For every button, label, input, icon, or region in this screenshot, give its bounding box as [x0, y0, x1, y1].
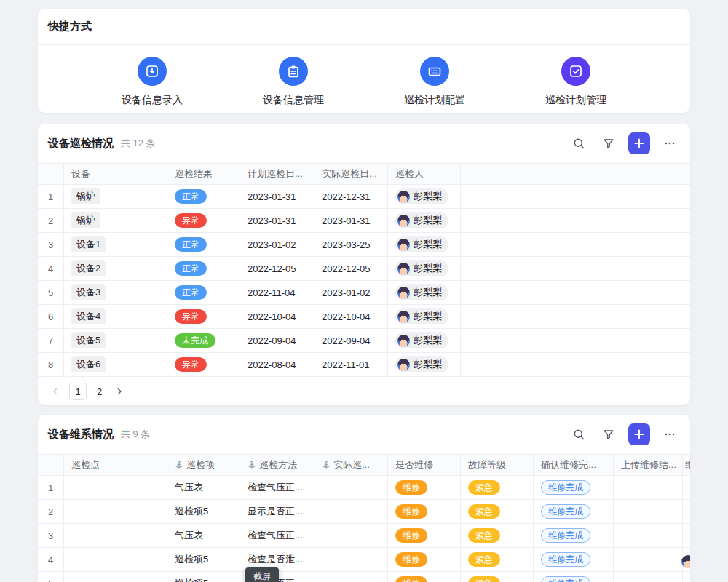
table-row[interactable]: 8 设备6 异常 2022-08-04 2022-11-01 彭梨梨: [38, 353, 690, 377]
actual-date-cell[interactable]: 2022-10-04: [314, 305, 388, 329]
inspector-cell[interactable]: 彭梨梨: [388, 257, 461, 281]
repair-cell[interactable]: 维修: [388, 548, 461, 572]
result-cell[interactable]: 正常: [167, 257, 240, 281]
actual-date-cell[interactable]: 2022-11-01: [314, 353, 388, 377]
screenshot-tooltip[interactable]: 截屏: [245, 567, 279, 582]
actual-date-cell[interactable]: 2022-12-31: [314, 185, 388, 209]
confirm-cell[interactable]: 维修完成: [534, 500, 614, 524]
next-page-button[interactable]: [112, 383, 127, 400]
page-1-button[interactable]: 1: [69, 383, 87, 400]
table-row[interactable]: 1 气压表 检查气压正... 维修 紧急 维修完成: [38, 476, 690, 500]
actual-date-cell[interactable]: 2022-12-05: [314, 257, 388, 281]
repair-cell[interactable]: 维修: [388, 500, 461, 524]
extra-cell[interactable]: [683, 500, 690, 524]
more-icon[interactable]: [660, 133, 680, 154]
planned-date-cell[interactable]: 2023-01-02: [240, 233, 314, 257]
col-level[interactable]: 故障等级: [461, 455, 534, 476]
result-cell[interactable]: 正常: [167, 281, 240, 305]
actual-date-cell[interactable]: 2022-09-04: [314, 329, 388, 353]
col-repair[interactable]: 是否维修: [388, 455, 461, 476]
prev-page-button[interactable]: [48, 383, 63, 400]
item-cell[interactable]: 巡检项5: [167, 572, 240, 582]
planned-date-cell[interactable]: 2022-10-04: [240, 305, 314, 329]
table-row[interactable]: 3 气压表 检查气压正... 维修 紧急 维修完成: [38, 524, 690, 548]
shortcut-plan-manage[interactable]: 巡检计划管理: [521, 57, 630, 107]
planned-date-cell[interactable]: 2022-09-04: [240, 329, 314, 353]
add-record-button[interactable]: [628, 423, 650, 445]
col-actual-date[interactable]: 实际巡检日...: [314, 164, 388, 185]
method-cell[interactable]: 显示是否正...: [240, 500, 314, 524]
table-row[interactable]: 2 巡检项5 显示是否正... 维修 紧急 维修完成: [38, 500, 690, 524]
add-record-button[interactable]: [628, 132, 650, 154]
extra-cell[interactable]: [683, 476, 690, 500]
col-result[interactable]: 巡检结果: [167, 164, 240, 185]
shortcut-plan-config[interactable]: 巡检计划配置: [380, 57, 489, 107]
inspector-cell[interactable]: 彭梨梨: [388, 233, 461, 257]
inspector-cell[interactable]: 彭梨梨: [388, 329, 461, 353]
item-cell[interactable]: 气压表: [167, 524, 240, 548]
filter-icon[interactable]: [598, 133, 619, 154]
result-cell[interactable]: 正常: [167, 185, 240, 209]
device-cell[interactable]: 设备1: [64, 233, 167, 257]
device-cell[interactable]: 设备2: [64, 257, 167, 281]
repair-cell[interactable]: 维修: [388, 572, 461, 582]
col-device[interactable]: 设备: [64, 164, 167, 185]
level-cell[interactable]: 紧急: [461, 476, 534, 500]
table-row[interactable]: 5 设备3 正常 2022-11-04 2023-01-02 彭梨梨: [38, 281, 690, 305]
inspector-cell[interactable]: 彭梨梨: [388, 209, 461, 233]
col-item[interactable]: 巡检项: [167, 455, 240, 476]
col-upload[interactable]: 上传维修结...: [614, 455, 683, 476]
actual-date-cell[interactable]: 2023-01-31: [314, 209, 388, 233]
point-cell[interactable]: [64, 476, 167, 500]
upload-cell[interactable]: [614, 476, 683, 500]
item-cell[interactable]: 气压表: [167, 476, 240, 500]
avatar[interactable]: [681, 555, 690, 568]
level-cell[interactable]: 紧急: [461, 500, 534, 524]
table-row[interactable]: 4 巡检项5 检查是否泄... 维修 紧急 维修完成: [38, 548, 690, 572]
method-cell[interactable]: 检查气压正...: [240, 476, 314, 500]
point-cell[interactable]: [64, 548, 167, 572]
more-icon[interactable]: [660, 424, 680, 445]
device-cell[interactable]: 锅炉: [64, 185, 167, 209]
upload-cell[interactable]: [614, 500, 683, 524]
shortcut-device-entry[interactable]: 设备信息录入: [98, 57, 207, 107]
level-cell[interactable]: 紧急: [461, 572, 534, 582]
repair-cell[interactable]: 维修: [388, 476, 461, 500]
table-row[interactable]: 4 设备2 正常 2022-12-05 2022-12-05 彭梨梨: [38, 257, 690, 281]
col-method[interactable]: 巡检方法: [240, 455, 314, 476]
level-cell[interactable]: 紧急: [461, 548, 534, 572]
result-cell[interactable]: 正常: [167, 233, 240, 257]
point-cell[interactable]: [64, 524, 167, 548]
planned-date-cell[interactable]: 2022-12-05: [240, 257, 314, 281]
result-cell[interactable]: 未完成: [167, 329, 240, 353]
table-row[interactable]: 5 巡检项5 显示是否正... 维修 紧急 维修完成: [38, 572, 690, 582]
table-row[interactable]: 6 设备4 异常 2022-10-04 2022-10-04 彭梨梨: [38, 305, 690, 329]
device-cell[interactable]: 锅炉: [64, 209, 167, 233]
confirm-cell[interactable]: 维修完成: [534, 524, 614, 548]
inspector-cell[interactable]: 彭梨梨: [388, 353, 461, 377]
search-icon[interactable]: [569, 133, 589, 154]
planned-date-cell[interactable]: 2022-11-04: [240, 281, 314, 305]
method-cell[interactable]: 检查气压正...: [240, 524, 314, 548]
confirm-cell[interactable]: 维修完成: [534, 548, 614, 572]
device-cell[interactable]: 设备4: [64, 305, 167, 329]
table-row[interactable]: 2 锅炉 异常 2023-01-31 2023-01-31 彭梨梨: [38, 209, 690, 233]
device-cell[interactable]: 设备6: [64, 353, 167, 377]
col-confirm[interactable]: 确认维修完...: [534, 455, 614, 476]
actual-cell[interactable]: [314, 500, 388, 524]
point-cell[interactable]: [64, 500, 167, 524]
result-cell[interactable]: 异常: [167, 209, 240, 233]
extra-cell[interactable]: [683, 572, 690, 582]
table-row[interactable]: 1 锅炉 正常 2023-01-31 2022-12-31 彭梨梨: [38, 185, 690, 209]
device-cell[interactable]: 设备3: [64, 281, 167, 305]
result-cell[interactable]: 异常: [167, 305, 240, 329]
actual-cell[interactable]: [314, 548, 388, 572]
item-cell[interactable]: 巡检项5: [167, 500, 240, 524]
col-planned-date[interactable]: 计划巡检日...: [240, 164, 314, 185]
upload-cell[interactable]: [614, 548, 683, 572]
page-2-button[interactable]: 2: [93, 386, 106, 397]
col-actual[interactable]: 实际巡...: [314, 455, 388, 476]
table-row[interactable]: 3 设备1 正常 2023-01-02 2023-03-25 彭梨梨: [38, 233, 690, 257]
actual-cell[interactable]: [314, 524, 388, 548]
extra-cell[interactable]: [683, 524, 690, 548]
